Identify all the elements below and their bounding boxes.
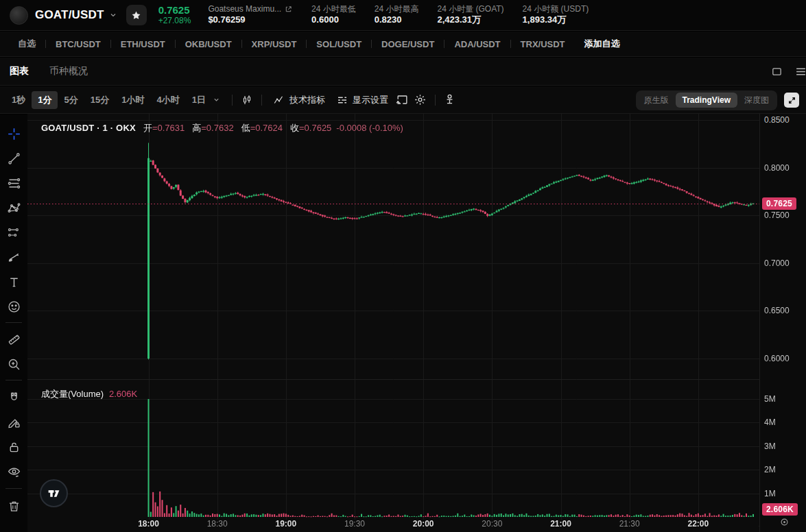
ruler-tool[interactable] xyxy=(2,328,25,351)
pairs-tab-bar: 自选BTC/USDTETH/USDTOKB/USDTXRP/USDTSOL/US… xyxy=(0,32,806,57)
volume-legend: 成交量(Volume)2.606K xyxy=(41,388,137,400)
interval-4小时[interactable]: 4小时 xyxy=(150,91,185,109)
external-link-icon[interactable] xyxy=(285,5,292,13)
mode-原生版[interactable]: 原生版 xyxy=(637,92,676,109)
ruler-icon xyxy=(7,332,21,347)
pairs-tab-trx[interactable]: TRX/USDT xyxy=(511,39,575,49)
chart-area: GOAT/USDT · 1 · OKX 开=0.7631 高=0.7632 低=… xyxy=(27,114,759,532)
prediction-icon xyxy=(7,226,21,240)
stat-label: 24 小时额 (USDT) xyxy=(523,4,589,15)
display-settings-button[interactable]: 显示设置 xyxy=(331,91,394,109)
toolbar-divider xyxy=(5,322,22,323)
emoji-icon xyxy=(7,300,21,314)
stat-value: 0.6000 xyxy=(311,14,356,26)
pairs-tab-xrp[interactable]: XRP/USDT xyxy=(242,39,307,49)
time-label-19:30: 19:30 xyxy=(344,519,365,529)
lock-drawings-icon xyxy=(7,440,21,455)
tab-coin-overview[interactable]: 币种概况 xyxy=(49,65,88,77)
fullscreen-button[interactable] xyxy=(784,93,799,108)
candle-style-icon[interactable] xyxy=(238,91,256,109)
time-label-18:30: 18:30 xyxy=(207,519,228,529)
pairs-tab-sol[interactable]: SOL/USDT xyxy=(307,39,371,49)
instrument-header: GOAT/USDT 0.7625 +27.08% Goatseus Maximu… xyxy=(0,0,806,31)
chart-toolbar: 1秒1分5分15分1小时4小时1日 技术指标 显示设置 原生版TradingVi… xyxy=(0,86,806,114)
interval-1秒[interactable]: 1秒 xyxy=(5,91,32,109)
magnet-icon xyxy=(7,391,21,405)
magnet-tool[interactable] xyxy=(2,386,25,409)
crosshair-tool[interactable] xyxy=(2,122,25,145)
settings-gear-icon[interactable] xyxy=(412,91,429,109)
last-price-badge: 0.7625 xyxy=(762,197,796,210)
time-axis[interactable]: 18:0018:3019:0019:3020:0020:3021:0021:30… xyxy=(27,514,759,532)
time-label-20:00: 20:00 xyxy=(413,519,434,529)
menu-icon[interactable] xyxy=(795,66,806,77)
indicators-button[interactable]: 技术指标 xyxy=(268,91,331,109)
toolbar-divider xyxy=(5,488,22,489)
drawing-toolbar xyxy=(0,114,27,532)
interval-dropdown-caret[interactable] xyxy=(212,93,226,106)
indicators-icon xyxy=(273,94,285,106)
stat-0: 24 小时最低0.6000 xyxy=(311,4,356,26)
stat-value: 1,893.34万 xyxy=(523,14,589,26)
zoom-in-tool[interactable] xyxy=(2,352,25,376)
brush-icon xyxy=(7,250,21,265)
chevron-down-icon[interactable] xyxy=(109,11,117,19)
pairs-tab-ada[interactable]: ADA/USDT xyxy=(445,39,510,49)
stat-2: 24 小时量 (GOAT)2,423.31万 xyxy=(437,4,503,26)
pairs-tab-okb[interactable]: OKB/USDT xyxy=(176,39,241,49)
fib-retracement-tool[interactable] xyxy=(2,171,25,195)
interval-1日[interactable]: 1日 xyxy=(186,91,212,109)
candlestick-chart-canvas[interactable] xyxy=(27,114,759,520)
delete-drawings-tool[interactable] xyxy=(2,494,25,518)
stat-1: 24 小时最高0.8230 xyxy=(375,4,419,26)
pairs-tab-watchlist[interactable]: 自选 xyxy=(8,38,45,50)
time-label-18:00: 18:00 xyxy=(138,519,159,529)
interval-1小时[interactable]: 1小时 xyxy=(115,91,150,109)
stat-3: 24 小时额 (USDT)1,893.34万 xyxy=(523,4,589,26)
interval-15分[interactable]: 15分 xyxy=(84,91,115,109)
stat-value: 2,423.31万 xyxy=(437,14,503,26)
lock-drawings-tool[interactable] xyxy=(2,435,25,459)
change-percent: +27.08% xyxy=(158,16,191,26)
volume-label-1M: 1M xyxy=(764,489,776,498)
hide-drawings-tool[interactable] xyxy=(2,460,25,483)
time-label-21:00: 21:00 xyxy=(550,519,571,529)
stay-drawing-mode-tool[interactable] xyxy=(2,411,25,434)
favorite-button[interactable] xyxy=(126,5,147,25)
text-tool[interactable] xyxy=(2,270,25,293)
replay-icon[interactable] xyxy=(394,91,412,109)
crosshair-icon xyxy=(7,127,21,141)
stat-label: 24 小时最高 xyxy=(375,4,419,15)
token-name[interactable]: Goatseus Maximu... xyxy=(208,4,281,15)
prediction-tool[interactable] xyxy=(2,221,25,244)
trend-line-icon xyxy=(7,152,21,166)
interval-1分[interactable]: 1分 xyxy=(32,91,58,109)
mode-深度图[interactable]: 深度图 xyxy=(737,92,776,109)
interval-5分[interactable]: 5分 xyxy=(58,91,84,109)
volume-label-5M: 5M xyxy=(764,394,776,404)
stat-label: 24 小时最低 xyxy=(311,4,356,15)
pairs-tab-add-favorite[interactable]: 添加自选 xyxy=(575,38,630,50)
text-icon xyxy=(7,275,21,289)
last-price: 0.7625 xyxy=(158,4,191,16)
axis-settings-icon[interactable] xyxy=(779,517,790,527)
scale-icon[interactable] xyxy=(441,91,459,109)
emoji-tool[interactable] xyxy=(2,295,25,318)
xabcd-pattern-icon xyxy=(7,201,21,215)
pair-title[interactable]: GOAT/USDT xyxy=(35,8,104,22)
trend-line-tool[interactable] xyxy=(2,147,25,170)
layout-icon[interactable] xyxy=(771,66,783,77)
tab-chart[interactable]: 图表 xyxy=(10,65,29,77)
market-stats: 24 小时最低0.600024 小时最高0.823024 小时量 (GOAT)2… xyxy=(311,4,589,26)
brush-tool[interactable] xyxy=(2,245,25,269)
pairs-tab-doge[interactable]: DOGE/USDT xyxy=(372,39,444,49)
pairs-tab-eth[interactable]: ETH/USDT xyxy=(111,39,175,49)
tradingview-logo[interactable] xyxy=(40,479,68,507)
chart-mode-switch: 原生版TradingView深度图 xyxy=(636,90,777,110)
xabcd-pattern-tool[interactable] xyxy=(2,196,25,219)
pairs-tab-btc[interactable]: BTC/USDT xyxy=(46,39,110,49)
time-label-21:30: 21:30 xyxy=(619,519,640,529)
mode-TradingView[interactable]: TradingView xyxy=(676,93,737,108)
price-axis[interactable]: 0.85000.80000.75000.70000.65000.60005M4M… xyxy=(759,114,806,532)
time-label-20:30: 20:30 xyxy=(482,519,502,529)
